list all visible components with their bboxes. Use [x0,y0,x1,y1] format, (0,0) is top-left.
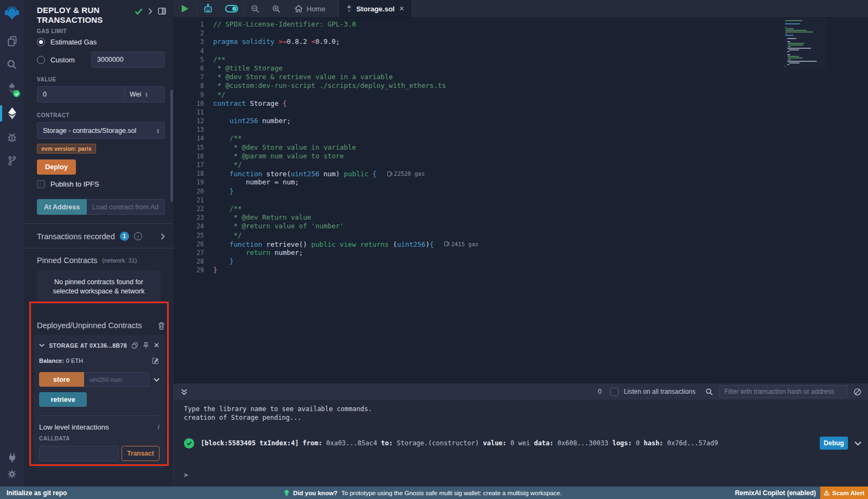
code-line[interactable]: 17 */ [174,161,868,169]
code-line[interactable]: 26 function retrieve() public view retur… [174,240,868,248]
code-line[interactable]: 28 } [174,257,868,266]
code-editor[interactable]: 1// SPDX-License-Identifier: GPL-3.023pr… [174,18,868,383]
code-line[interactable]: 3pragma solidity >=0.8.2 <0.9.0; [174,37,868,46]
sidebar-item-settings[interactable] [0,469,24,479]
code-line[interactable]: 22 /** [174,204,868,213]
code-line[interactable]: 15 * @dev Store value in variable [174,143,868,152]
code-line[interactable]: 11 [174,108,868,117]
sidebar-item-solidity-compiler[interactable] [0,78,24,99]
init-git-repo-button[interactable]: Initialize as git repo [0,489,67,497]
code-line[interactable]: 10contract Storage { [174,99,868,108]
deployed-contracts-header: Deployed/Unpinned Contracts [24,304,174,331]
expand-log-chevron-icon[interactable] [854,441,861,446]
code-line[interactable]: 6 * @title Storage [174,64,868,73]
estimated-gas-option[interactable]: Estimated Gas [37,38,165,46]
expand-terminal-double-chevron-icon[interactable] [181,388,188,395]
clear-deployed-trash-icon[interactable] [158,322,165,330]
clear-terminal-icon[interactable] [853,388,861,396]
value-unit-select[interactable]: Wei ▴▾ [125,86,165,103]
sidebar-item-search[interactable] [0,54,24,75]
store-arg-input[interactable] [84,372,149,387]
copilot-status[interactable]: RemixAI Copilot (enabled) [735,489,816,497]
zoom-out-button[interactable] [245,0,266,17]
code-line[interactable]: 23 * @dev Return value [174,213,868,222]
code-line[interactable]: 13 [174,125,868,134]
code-line[interactable]: 12 uint256 number; [174,117,868,125]
code-line[interactable]: 24 * @return value of 'number' [174,222,868,231]
code-line[interactable]: 5/** [174,55,868,64]
pin-contract-icon[interactable] [143,342,149,349]
code-line[interactable]: 21 [174,196,868,204]
deploy-button[interactable]: Deploy [37,159,76,175]
code-line[interactable]: 2 [174,29,868,37]
transactions-expand-chevron-icon[interactable] [161,233,165,240]
copy-address-icon[interactable] [131,342,138,349]
sidebar-item-plugin-manager[interactable] [0,452,24,463]
store-function-button[interactable]: store [39,372,84,387]
low-level-info-icon[interactable]: i [157,423,159,431]
terminal-search-icon[interactable] [705,388,713,396]
calldata-input[interactable] [39,446,119,461]
custom-gas-input[interactable] [91,52,165,68]
value-input[interactable] [37,86,125,103]
sidebar-item-file-explorer[interactable] [0,30,24,51]
code-line[interactable]: 16 * @param num value to store [174,152,868,161]
publish-ipfs-row: Publish to IPFS [37,180,165,188]
code-line[interactable]: 4 [174,47,868,55]
remove-contract-icon[interactable]: ✕ [154,341,159,349]
minimap[interactable] [784,18,826,69]
code-line[interactable]: 14 /** [174,134,868,143]
transact-button[interactable]: Transact [122,446,159,461]
remix-ide: { "icon_bar": { "items": ["remix-logo","… [0,0,868,499]
at-address-button[interactable]: At Address [37,199,87,215]
remix-logo[interactable] [0,0,24,26]
code-line[interactable]: 8 * @custom:dev-run-script ./scripts/dep… [174,81,868,90]
debug-button[interactable]: Debug [820,437,848,450]
run-script-button[interactable] [174,0,196,17]
robot-icon [203,4,213,14]
terminal-filter-input[interactable] [719,385,848,398]
code-line[interactable]: 25 */ [174,231,868,240]
custom-gas-text: Custom [50,56,86,64]
pinned-empty-message: No pinned contracts found for selected w… [37,270,161,304]
transactions-info-icon[interactable]: i [134,232,142,240]
terminal-body[interactable]: Type the library name to see available c… [174,400,868,487]
estimated-gas-text: Estimated Gas [50,38,97,46]
panel-expand-chevron-icon[interactable] [148,8,152,15]
estimated-gas-radio[interactable] [37,38,45,46]
tab-home[interactable]: Home [287,0,333,17]
code-line[interactable]: 18 function store(uint256 num) public {2… [174,169,868,178]
code-line[interactable]: 9 */ [174,91,868,99]
publish-ipfs-checkbox[interactable] [37,180,45,188]
panel-scrollbar[interactable] [170,89,173,202]
copilot-toggle[interactable] [219,0,244,17]
contract-select[interactable]: Storage - contracts/Storage.sol ▴▾ [37,122,165,139]
edit-balance-icon[interactable] [152,357,159,364]
zoom-in-button[interactable] [266,0,287,17]
close-tab-icon[interactable]: ✕ [399,5,404,12]
code-area[interactable]: 1// SPDX-License-Identifier: GPL-3.023pr… [174,18,868,274]
expand-store-args-chevron-icon[interactable] [154,378,159,382]
custom-gas-radio[interactable] [37,56,45,64]
terminal-header: 0 Listen on all transactions [174,383,868,400]
code-line[interactable]: 27 return number; [174,248,868,257]
warning-icon: ⚠ [824,489,829,497]
sidebar-item-git[interactable] [0,150,24,171]
code-line[interactable]: 7 * @dev Store & retrieve value in a var… [174,73,868,81]
code-line[interactable]: 19 number = num; [174,178,868,187]
code-line[interactable]: 1// SPDX-License-Identifier: GPL-3.0 [174,20,868,29]
ai-copilot-button[interactable] [197,0,219,17]
contract-collapse-chevron-icon[interactable] [39,343,44,347]
retrieve-function-button[interactable]: retrieve [39,392,87,407]
tab-storage-sol[interactable]: Storage.sol ✕ [339,0,412,17]
compile-success-badge [13,90,20,97]
pin-panel-icon[interactable] [158,8,166,15]
scam-alert-button[interactable]: ⚠ Scam Alert [820,487,868,499]
sidebar-item-deploy-and-run[interactable] [0,103,24,124]
listen-all-checkbox[interactable] [610,388,618,396]
code-line[interactable]: 20 } [174,187,868,196]
pinned-empty-line2: selected workspace & network [42,287,155,296]
code-line[interactable]: 29} [174,266,868,274]
sidebar-item-debugger[interactable] [0,127,24,148]
at-address-input[interactable] [87,199,165,215]
